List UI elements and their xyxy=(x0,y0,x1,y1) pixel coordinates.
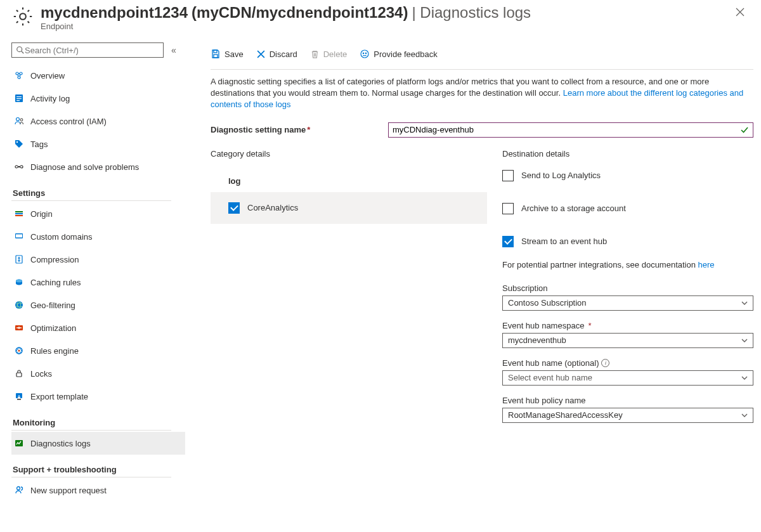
policy-select[interactable]: RootManageSharedAccessKey xyxy=(502,408,753,423)
locks-icon xyxy=(14,368,24,379)
discard-button[interactable]: Discard xyxy=(256,49,297,59)
origin-icon xyxy=(14,209,24,219)
nav-access-control[interactable]: Access control (IAM) xyxy=(11,110,185,133)
svg-rect-7 xyxy=(16,98,22,99)
discard-icon xyxy=(256,49,266,59)
partner-hint: For potential partner integrations, see … xyxy=(502,260,753,269)
divider xyxy=(11,430,171,431)
eventhub-checkbox[interactable] xyxy=(502,236,514,247)
nav-label: Export template xyxy=(30,392,88,401)
svg-rect-14 xyxy=(15,215,23,216)
nav-export-template[interactable]: Export template xyxy=(11,385,185,408)
svg-point-0 xyxy=(20,13,26,20)
divider xyxy=(11,477,171,477)
search-icon xyxy=(16,46,25,55)
svg-rect-30 xyxy=(214,55,218,58)
nav-section-support: Support + troubleshooting xyxy=(13,465,185,474)
dest-eventhub: Stream to an event hub xyxy=(502,236,753,247)
feedback-button[interactable]: Provide feedback xyxy=(360,49,437,59)
nav-label: Optimization xyxy=(30,323,76,333)
nav-label: Activity log xyxy=(30,94,70,103)
subscription-label: Subscription xyxy=(502,283,753,293)
nav-label: Origin xyxy=(30,209,53,219)
search-input-wrap[interactable] xyxy=(11,42,164,58)
svg-rect-6 xyxy=(16,96,22,97)
log-column-header: log xyxy=(211,170,487,192)
svg-rect-26 xyxy=(17,399,21,400)
nav-caching-rules[interactable]: Caching rules xyxy=(11,271,185,294)
caching-rules-icon xyxy=(14,277,24,287)
dest-label: Send to Log Analytics xyxy=(521,171,601,180)
overview-icon xyxy=(14,70,24,81)
support-icon xyxy=(14,485,24,495)
category-details-header: Category details xyxy=(211,149,487,159)
resource-type-label: Endpoint xyxy=(41,22,732,31)
nav-label: Tags xyxy=(30,139,48,149)
svg-rect-29 xyxy=(214,50,217,53)
nav-diagnostics-logs[interactable]: Diagnostics logs xyxy=(11,432,185,455)
collapse-sidebar-button[interactable]: « xyxy=(171,45,176,55)
core-analytics-checkbox[interactable] xyxy=(228,202,240,214)
diagnose-icon xyxy=(14,162,24,172)
nav-label: Overview xyxy=(30,71,65,81)
activity-log-icon xyxy=(14,93,24,103)
svg-point-28 xyxy=(17,487,20,490)
nav-label: Custom domains xyxy=(30,232,93,242)
nav-custom-domains[interactable]: Custom domains xyxy=(11,225,185,248)
tags-icon xyxy=(14,139,24,149)
svg-point-1 xyxy=(17,47,22,52)
nav-optimization[interactable]: Optimization xyxy=(11,316,185,339)
svg-point-11 xyxy=(16,141,18,143)
page-title: mycdnendpoint1234 (myCDN/mycdnendpoint12… xyxy=(41,4,732,22)
nav-label: Rules engine xyxy=(30,346,79,356)
namespace-select[interactable]: mycdneventhub xyxy=(502,333,753,348)
delete-button: Delete xyxy=(310,49,348,59)
nav-label: Caching rules xyxy=(30,278,81,287)
partner-hint-link[interactable]: here xyxy=(698,260,715,269)
delete-icon xyxy=(310,49,320,59)
nav-rules-engine[interactable]: Rules engine xyxy=(11,339,185,362)
svg-point-31 xyxy=(361,50,368,58)
setting-name-label: Diagnostic setting name* xyxy=(211,125,388,134)
svg-point-3 xyxy=(20,72,22,75)
nav-compression[interactable]: Compression xyxy=(11,248,185,271)
log-analytics-checkbox[interactable] xyxy=(502,170,514,181)
search-input[interactable] xyxy=(25,46,159,55)
namespace-label: Event hub namespace* xyxy=(502,321,753,330)
svg-point-4 xyxy=(18,76,20,79)
svg-point-10 xyxy=(20,119,23,121)
setting-name-input-wrap[interactable] xyxy=(388,122,753,138)
close-button[interactable] xyxy=(732,4,748,20)
nav-new-support-request[interactable]: New support request xyxy=(11,479,185,502)
svg-rect-12 xyxy=(15,211,23,212)
hubname-select[interactable]: Select event hub name xyxy=(502,370,753,386)
chevron-down-icon xyxy=(741,375,748,381)
nav-origin[interactable]: Origin xyxy=(11,202,185,225)
log-category-row: CoreAnalytics xyxy=(211,192,487,224)
gear-icon xyxy=(11,5,34,28)
info-icon[interactable]: i xyxy=(601,359,609,367)
policy-label: Event hub policy name xyxy=(502,396,753,405)
nav-overview[interactable]: Overview xyxy=(11,64,185,87)
setting-name-input[interactable] xyxy=(393,125,740,134)
nav-label: Access control (IAM) xyxy=(30,117,107,126)
optimization-icon xyxy=(14,323,24,333)
nav-diagnose-solve[interactable]: Diagnose and solve problems xyxy=(11,155,185,178)
nav-section-settings: Settings xyxy=(13,188,185,198)
nav-activity-log[interactable]: Activity log xyxy=(11,87,185,110)
nav-label: Compression xyxy=(30,255,79,264)
nav-tags[interactable]: Tags xyxy=(11,133,185,155)
svg-point-23 xyxy=(18,350,20,352)
nav-section-monitoring: Monitoring xyxy=(13,418,185,427)
rules-engine-icon xyxy=(14,346,24,356)
log-category-label: CoreAnalytics xyxy=(247,203,298,212)
save-button[interactable]: Save xyxy=(211,49,244,59)
feedback-icon xyxy=(360,49,370,59)
subscription-select[interactable]: Contoso Subscription xyxy=(502,295,753,311)
dest-storage: Archive to a storage account xyxy=(502,203,753,214)
nav-locks[interactable]: Locks xyxy=(11,362,185,385)
compression-icon xyxy=(14,254,24,264)
nav-geo-filtering[interactable]: Geo-filtering xyxy=(11,294,185,316)
storage-checkbox[interactable] xyxy=(502,203,514,214)
valid-check-icon xyxy=(740,126,749,134)
